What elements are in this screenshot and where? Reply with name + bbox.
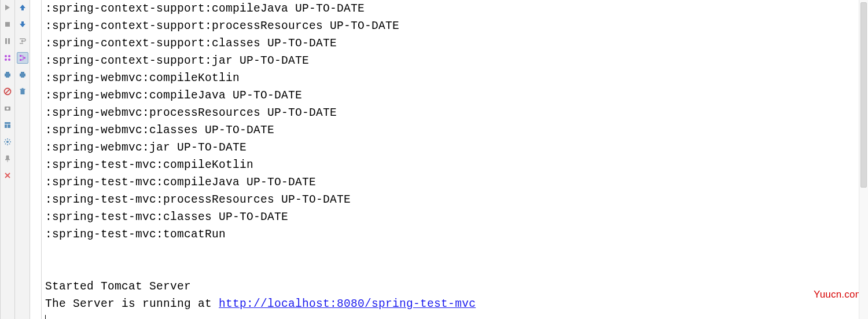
svg-rect-2 (8, 38, 10, 44)
console-line: :spring-context-support:classes UP-TO-DA… (45, 35, 865, 52)
svg-rect-30 (24, 57, 25, 59)
console-blank (45, 261, 865, 278)
svg-rect-8 (6, 72, 9, 74)
wrap-button[interactable] (17, 35, 28, 47)
layout-button[interactable] (2, 119, 13, 131)
scrollbar-thumb[interactable] (860, 2, 867, 188)
svg-rect-15 (5, 124, 7, 128)
svg-rect-35 (20, 89, 25, 90)
svg-rect-0 (5, 22, 10, 27)
console-line: :spring-webmvc:compileJava UP-TO-DATE (45, 87, 865, 104)
svg-line-22 (5, 140, 6, 140)
svg-point-6 (8, 58, 10, 61)
svg-point-3 (5, 55, 7, 57)
svg-line-24 (5, 144, 6, 144)
console-running: The Server is running at http://localhos… (45, 295, 865, 313)
console-gutter (30, 0, 42, 319)
console-line: :spring-context-support:processResources… (45, 17, 865, 35)
toolbar-secondary (15, 0, 30, 319)
text-caret (45, 315, 46, 319)
svg-line-23 (9, 144, 10, 144)
svg-line-11 (5, 89, 10, 94)
console-line: :spring-webmvc:compileKotlin (45, 69, 865, 87)
group-button[interactable] (2, 52, 13, 64)
svg-rect-14 (5, 122, 10, 124)
svg-point-17 (6, 141, 9, 143)
svg-rect-34 (20, 90, 24, 94)
console-output[interactable]: :spring-context-support:compileJava UP-T… (42, 0, 868, 319)
svg-point-5 (5, 58, 7, 61)
svg-rect-9 (6, 76, 9, 78)
print2-button[interactable] (17, 69, 28, 80)
svg-rect-28 (20, 55, 21, 57)
console-line: :spring-context-support:compileJava UP-T… (45, 0, 865, 17)
svg-rect-36 (21, 88, 23, 89)
toolbar-left (0, 0, 15, 319)
arrow-up-button[interactable] (17, 2, 28, 13)
console-blank (45, 243, 865, 261)
console-line: :spring-test-mvc:processResources UP-TO-… (45, 191, 865, 208)
console-caret-line (45, 313, 865, 319)
watermark: Yuucn.com (814, 289, 863, 300)
tree-button[interactable] (17, 52, 28, 64)
console-line: :spring-webmvc:jar UP-TO-DATE (45, 139, 865, 156)
svg-line-25 (9, 140, 10, 140)
stop-button[interactable] (2, 19, 13, 30)
svg-rect-32 (21, 72, 24, 74)
console-line: :spring-test-mvc:tomcatRun (45, 226, 865, 243)
camera-button[interactable] (2, 102, 13, 114)
block-button[interactable] (2, 86, 13, 97)
pin-button[interactable] (2, 153, 13, 164)
console-line: :spring-test-mvc:classes UP-TO-DATE (45, 208, 865, 226)
svg-rect-29 (20, 59, 21, 61)
console-panel: :spring-context-support:compileJava UP-T… (42, 0, 868, 319)
console-line: :spring-webmvc:classes UP-TO-DATE (45, 122, 865, 139)
arrow-down-button[interactable] (17, 19, 28, 30)
console-started: Started Tomcat Server (45, 278, 865, 295)
console-line: :spring-context-support:jar UP-TO-DATE (45, 52, 865, 69)
svg-point-4 (8, 55, 10, 57)
trash-button[interactable] (17, 86, 28, 97)
run-button[interactable] (2, 2, 13, 13)
vertical-scrollbar[interactable] (859, 0, 868, 319)
svg-point-13 (6, 108, 9, 110)
svg-rect-1 (5, 38, 7, 44)
settings-button[interactable] (2, 136, 13, 148)
console-line: :spring-test-mvc:compileKotlin (45, 156, 865, 174)
app-root: :spring-context-support:compileJava UP-T… (0, 0, 868, 319)
svg-rect-33 (21, 76, 24, 78)
print-button[interactable] (2, 69, 13, 80)
console-line: :spring-webmvc:processResources UP-TO-DA… (45, 104, 865, 122)
svg-rect-16 (8, 124, 10, 128)
server-url-link[interactable]: http://localhost:8080/spring-test-mvc (219, 298, 476, 310)
close-button[interactable] (2, 170, 13, 181)
console-line: :spring-test-mvc:compileJava UP-TO-DATE (45, 174, 865, 191)
pause-button[interactable] (2, 35, 13, 47)
